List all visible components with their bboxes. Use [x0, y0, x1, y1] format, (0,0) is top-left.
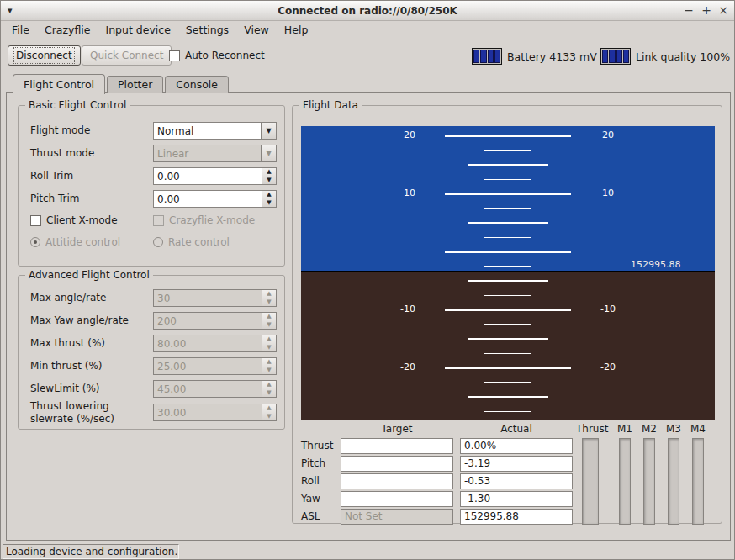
spin-down-icon[interactable]: ▼: [262, 199, 276, 208]
thrust-bar-header: Thrust: [576, 423, 606, 435]
max-yaw-angle-rate-spinbox: 200 ▲▼: [153, 312, 277, 330]
flight-mode-combobox[interactable]: Normal ▼: [153, 122, 277, 140]
menu-input-device[interactable]: Input device: [98, 22, 177, 38]
max-angle-rate-spinbox: 30 ▲▼: [153, 289, 277, 307]
spin-down-icon: ▼: [262, 321, 276, 330]
minimize-button[interactable]: −: [680, 1, 697, 21]
thrust-actual-value: 0.00%: [460, 438, 573, 454]
menu-view[interactable]: View: [236, 22, 277, 38]
thrust-mode-label: Thrust mode: [30, 145, 94, 162]
window-menu-icon[interactable]: ▾: [8, 5, 13, 16]
client-xmode-checkbox[interactable]: Client X-mode: [30, 214, 118, 226]
menu-settings[interactable]: Settings: [178, 22, 236, 38]
pitch-ladder-line: [468, 164, 548, 166]
actual-header: Actual: [460, 423, 573, 435]
pitch-label-right: -20: [600, 362, 616, 372]
spin-down-icon[interactable]: ▼: [262, 177, 276, 185]
spin-up-icon: ▲: [262, 358, 276, 367]
target-header: Target: [341, 423, 453, 435]
basic-flight-control-group: Basic Flight Control Flight mode Normal …: [18, 105, 285, 267]
checkbox-box[interactable]: [169, 50, 180, 61]
tab-plotter[interactable]: Plotter: [107, 76, 163, 93]
pitch-ladder-line: [484, 324, 531, 325]
pitch-target-input[interactable]: [341, 456, 453, 472]
spin-up-icon: ▲: [262, 404, 276, 413]
menu-crazyflie[interactable]: Crazyflie: [37, 22, 98, 38]
pitch-ladder-line: [445, 135, 571, 137]
pitch-ladder-line: [445, 193, 571, 195]
flight-data-group: Flight Data 20 20 10 10 -10 -10 -20 -20 …: [292, 105, 722, 524]
rate-control-radio: Rate control: [153, 236, 230, 248]
pitch-actual-value: -3.19: [460, 456, 573, 472]
m3-bar: [668, 438, 679, 525]
pitch-ladder-line: [468, 280, 548, 282]
roll-actual-value: -0.53: [460, 473, 573, 489]
max-thrust-label: Max thrust (%): [30, 335, 105, 352]
max-yaw-angle-rate-label: Max Yaw angle/rate: [30, 312, 129, 330]
spin-down-icon: ▼: [262, 389, 276, 398]
pitch-label-left: 20: [404, 129, 415, 140]
pitch-trim-label: Pitch Trim: [30, 190, 80, 208]
slewlimit-spinbox: 45.00 ▲▼: [153, 380, 277, 398]
status-bar: Loading device and configuration.: [3, 544, 179, 559]
max-angle-rate-label: Max angle/rate: [30, 289, 106, 307]
battery-icon: [472, 48, 502, 65]
spin-up-icon: ▲: [262, 290, 276, 298]
tab-flight-control[interactable]: Flight Control: [13, 74, 105, 94]
group-title: Basic Flight Control: [25, 99, 130, 111]
slewlimit-label: SlewLimit (%): [30, 380, 99, 398]
spin-down-icon: ▼: [262, 413, 276, 421]
min-thrust-label: Min thrust (%): [30, 357, 103, 375]
horizon-line: [301, 271, 715, 272]
pitch-trim-spinbox[interactable]: 0.00 ▲▼: [153, 190, 277, 208]
group-title: Advanced Flight Control: [25, 269, 153, 281]
roll-trim-spinbox[interactable]: 0.00 ▲▼: [153, 167, 277, 185]
checkbox-box[interactable]: [30, 215, 41, 226]
thrust-lowering-slewrate-label: Thrust lowering slewrate (%/sec): [30, 400, 150, 425]
asl-row-label: ASL: [301, 509, 320, 525]
spin-down-icon: ▼: [262, 367, 276, 375]
pitch-label-left: -20: [400, 362, 415, 372]
roll-target-input[interactable]: [341, 473, 453, 489]
pitch-ladder-line: [484, 353, 531, 354]
crazyflie-xmode-checkbox: Crazyflie X-mode: [153, 214, 255, 226]
yaw-row-label: Yaw: [301, 491, 320, 507]
pitch-ladder-line: [484, 266, 531, 267]
tab-console[interactable]: Console: [165, 76, 229, 93]
close-button[interactable]: ×: [715, 1, 732, 21]
maximize-button[interactable]: +: [698, 1, 715, 21]
menu-help[interactable]: Help: [277, 22, 316, 38]
thrust-target-input[interactable]: [341, 438, 453, 454]
link-quality-icon: [600, 48, 631, 65]
menu-bar: File Crazyflie Input device Settings Vie…: [1, 21, 734, 39]
pitch-label-right: -10: [600, 304, 616, 314]
pitch-label-left: -10: [400, 304, 415, 314]
radio-circle: [30, 237, 40, 247]
pitch-ladder-line: [468, 396, 548, 398]
pitch-label-right: 20: [602, 129, 614, 140]
pitch-ladder-line: [445, 309, 571, 311]
spin-up-icon[interactable]: ▲: [262, 168, 276, 177]
pitch-label-right: 10: [602, 188, 614, 198]
pitch-ladder-line: [484, 382, 531, 383]
yaw-target-input[interactable]: [341, 491, 453, 507]
m2-bar-header: M2: [637, 423, 661, 435]
asl-actual-value: 152995.88: [460, 509, 573, 525]
thrust-bar: [582, 438, 599, 525]
disconnect-button[interactable]: Disconnect: [8, 45, 81, 66]
spin-up-icon: ▲: [262, 381, 276, 389]
auto-reconnect-checkbox[interactable]: Auto Reconnect: [169, 50, 265, 61]
max-thrust-spinbox: 80.00 ▲▼: [153, 335, 277, 352]
window-title: Connected on radio://0/80/250K: [1, 1, 734, 21]
advanced-flight-control-group: Advanced Flight Control Max angle/rate 3…: [18, 275, 285, 430]
m4-bar: [692, 438, 704, 525]
horizon-ground: [301, 272, 715, 420]
m4-bar-header: M4: [686, 423, 710, 435]
m3-bar-header: M3: [662, 423, 685, 435]
spin-down-icon: ▼: [262, 298, 276, 307]
menu-file[interactable]: File: [4, 22, 37, 38]
pitch-ladder-line: [445, 251, 571, 253]
spin-up-icon[interactable]: ▲: [262, 191, 276, 199]
pitch-ladder-line: [484, 411, 531, 412]
status-text: Loading device and configuration.: [3, 545, 178, 558]
